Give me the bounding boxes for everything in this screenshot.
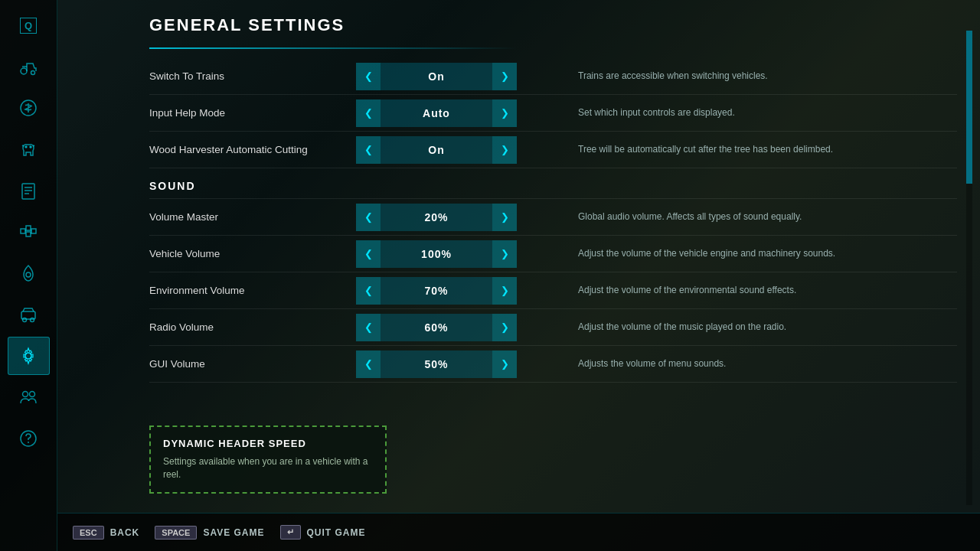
- wood-harvester-prev-btn[interactable]: ❮: [356, 136, 381, 164]
- input-help-description: Set which input controls are displayed.: [578, 107, 735, 119]
- back-key-badge: ESC: [73, 526, 104, 540]
- wood-harvester-description: Tree will be automatically cut after the…: [578, 144, 833, 156]
- multiplayer-icon: [18, 386, 39, 408]
- gear-icon: [18, 345, 39, 367]
- save-game-button[interactable]: SPACE SAVE GAME: [155, 526, 264, 540]
- sidebar-item-production[interactable]: [8, 213, 50, 251]
- svg-point-24: [28, 442, 29, 443]
- setting-label-vehicle-volume: Vehicle Volume: [149, 248, 356, 259]
- quit-btn-label: QUIT GAME: [307, 527, 366, 538]
- svg-point-19: [31, 318, 34, 322]
- svg-rect-10: [26, 226, 31, 230]
- setting-row-gui-volume: GUI Volume ❮ 50% ❯ Adjusts the volume of…: [149, 346, 957, 383]
- input-help-next-btn[interactable]: ❯: [492, 99, 517, 127]
- gui-volume-value: 50%: [381, 350, 492, 378]
- setting-row-wood-harvester: Wood Harvester Automatic Cutting ❮ On ❯ …: [149, 132, 957, 168]
- dollar-icon: [18, 97, 39, 119]
- setting-label-wood-harvester: Wood Harvester Automatic Cutting: [149, 144, 356, 155]
- vehicle-volume-value: 100%: [381, 240, 492, 268]
- svg-point-22: [30, 392, 35, 397]
- volume-master-prev-btn[interactable]: ❮: [356, 204, 381, 231]
- svg-point-3: [25, 146, 27, 148]
- setting-label-gui-volume: GUI Volume: [149, 358, 356, 370]
- setting-row-switch-to-trains: Switch To Trains ❮ On ❯ Trains are acces…: [149, 58, 957, 95]
- quit-key-badge: ↵: [280, 525, 301, 540]
- environment-volume-description: Adjust the volume of the environmental s…: [578, 285, 796, 297]
- svg-point-18: [23, 318, 27, 322]
- input-help-value: Auto: [381, 99, 492, 127]
- scrollbar-track[interactable]: [966, 31, 972, 505]
- switch-trains-next-btn[interactable]: ❯: [492, 63, 517, 90]
- tooltip-text: Settings available when you are in a veh…: [163, 455, 373, 481]
- bottom-bar: ESC BACK SPACE SAVE GAME ↵ QUIT GAME: [57, 513, 980, 551]
- radio-volume-prev-btn[interactable]: ❮: [356, 314, 381, 341]
- help-icon: [18, 428, 39, 449]
- vehicle-volume-prev-btn[interactable]: ❮: [356, 240, 381, 268]
- top-divider: [149, 47, 517, 49]
- svg-rect-12: [26, 232, 31, 236]
- svg-rect-9: [21, 229, 25, 233]
- sidebar-item-tractor[interactable]: [8, 47, 50, 86]
- sidebar-item-map[interactable]: [8, 254, 50, 292]
- vehicle-volume-next-btn[interactable]: ❯: [492, 240, 517, 268]
- setting-control-volume-master: ❮ 20% ❯: [356, 204, 517, 231]
- quit-game-button[interactable]: ↵ QUIT GAME: [280, 525, 366, 540]
- input-help-prev-btn[interactable]: ❮: [356, 99, 381, 127]
- map-icon: [18, 262, 39, 284]
- sound-section-header: SOUND: [149, 171, 196, 197]
- setting-control-input-help-mode: ❮ Auto ❯: [356, 99, 517, 127]
- sidebar-item-small-vehicles[interactable]: [8, 295, 50, 334]
- sidebar-item-q[interactable]: Q: [8, 6, 50, 44]
- setting-control-switch-to-trains: ❮ On ❯: [356, 63, 517, 90]
- environment-volume-next-btn[interactable]: ❯: [492, 277, 517, 305]
- switch-trains-description: Trains are accessible when switching veh…: [578, 70, 768, 83]
- sidebar-item-multiplayer[interactable]: [8, 378, 50, 416]
- setting-control-gui-volume: ❮ 50% ❯: [356, 350, 517, 378]
- wood-harvester-next-btn[interactable]: ❯: [492, 136, 517, 164]
- svg-line-14: [31, 230, 31, 231]
- sidebar-item-help[interactable]: [8, 419, 50, 458]
- scrollbar-thumb[interactable]: [966, 31, 972, 184]
- back-button[interactable]: ESC BACK: [73, 526, 139, 540]
- radio-volume-next-btn[interactable]: ❯: [492, 314, 517, 341]
- volume-master-next-btn[interactable]: ❯: [492, 204, 517, 231]
- setting-control-radio-volume: ❮ 60% ❯: [356, 314, 517, 341]
- gui-volume-prev-btn[interactable]: ❮: [356, 350, 381, 378]
- wood-harvester-value: On: [381, 136, 492, 164]
- page-title: GENERAL SETTINGS: [149, 15, 957, 35]
- setting-control-environment-volume: ❮ 70% ❯: [356, 277, 517, 305]
- switch-trains-value: On: [381, 63, 492, 90]
- gui-volume-next-btn[interactable]: ❯: [492, 350, 517, 378]
- settings-list: Switch To Trains ❮ On ❯ Trains are acces…: [149, 58, 957, 383]
- setting-label-switch-to-trains: Switch To Trains: [149, 70, 356, 82]
- setting-row-input-help-mode: Input Help Mode ❮ Auto ❯ Set which input…: [149, 95, 957, 132]
- setting-label-input-help-mode: Input Help Mode: [149, 107, 356, 119]
- setting-control-wood-harvester: ❮ On ❯: [356, 136, 517, 164]
- production-icon: [18, 221, 39, 243]
- tooltip-title: DYNAMIC HEADER SPEED: [163, 438, 373, 449]
- sidebar-item-animals[interactable]: [8, 130, 50, 168]
- environment-volume-prev-btn[interactable]: ❮: [356, 277, 381, 305]
- sidebar-item-economy[interactable]: [8, 89, 50, 127]
- tooltip-box: DYNAMIC HEADER SPEED Settings available …: [149, 425, 387, 494]
- save-btn-label: SAVE GAME: [203, 527, 264, 538]
- setting-label-volume-master: Volume Master: [149, 211, 356, 223]
- sidebar: Q: [0, 0, 57, 551]
- radio-volume-description: Adjust the volume of the music played on…: [578, 321, 786, 334]
- svg-line-15: [31, 233, 31, 233]
- tractor-icon: [18, 56, 39, 77]
- svg-point-1: [31, 71, 35, 75]
- volume-master-description: Global audio volume. Affects all types o…: [578, 211, 802, 223]
- sound-section-header-row: SOUND: [149, 168, 957, 199]
- sidebar-item-settings[interactable]: [8, 337, 50, 375]
- gui-volume-description: Adjusts the volume of menu sounds.: [578, 358, 726, 370]
- svg-point-16: [26, 272, 31, 277]
- setting-control-vehicle-volume: ❮ 100% ❯: [356, 240, 517, 268]
- svg-point-21: [23, 392, 28, 397]
- switch-trains-prev-btn[interactable]: ❮: [356, 63, 381, 90]
- svg-point-4: [30, 146, 31, 148]
- svg-rect-5: [22, 184, 34, 199]
- save-key-badge: SPACE: [155, 526, 197, 540]
- svg-rect-11: [31, 229, 36, 233]
- sidebar-item-contracts[interactable]: [8, 171, 50, 210]
